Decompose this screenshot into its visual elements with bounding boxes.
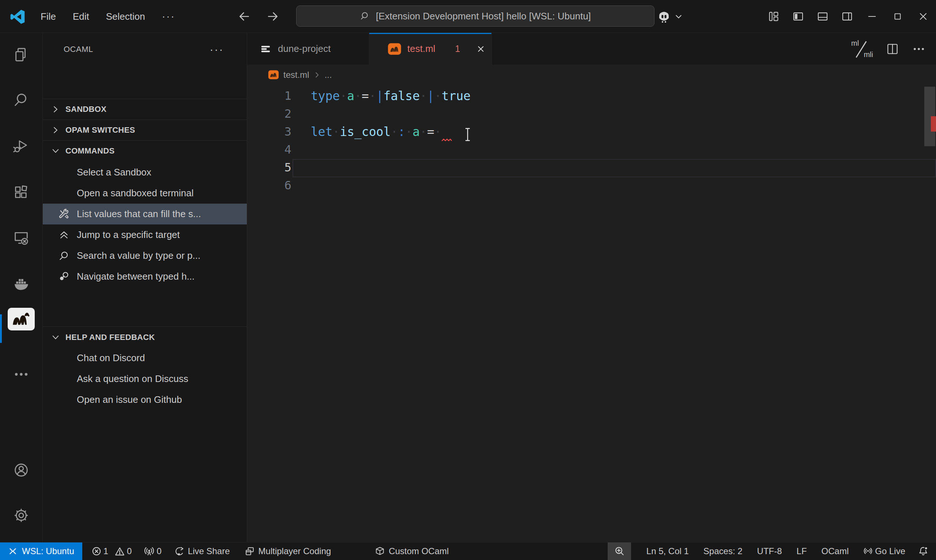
command-search-value[interactable]: Search a value by type or p... <box>43 245 247 266</box>
section-sandbox[interactable]: SANDBOX <box>43 99 247 120</box>
chevron-right-icon <box>51 125 60 135</box>
tab-test-ml[interactable]: test.ml 1 <box>369 33 492 65</box>
code-line[interactable]: 5 <box>247 158 936 177</box>
chevron-right-icon <box>51 105 60 114</box>
go-live-broadcast-icon <box>863 546 873 556</box>
section-commands[interactable]: COMMANDS <box>43 140 247 161</box>
ocaml-platform-icon[interactable] <box>8 308 35 331</box>
code-line[interactable]: 2 <box>247 105 936 123</box>
line-number: 1 <box>247 87 291 105</box>
custom-ocaml-status[interactable]: Custom OCaml <box>375 543 449 560</box>
forward-button[interactable] <box>265 0 280 33</box>
command-center-search[interactable]: [Extension Development Host] hello [WSL:… <box>296 6 654 27</box>
language-mode-status[interactable]: OCaml <box>814 543 856 560</box>
command-navigate-holes[interactable]: Navigate between typed h... <box>43 266 247 287</box>
code-token: | <box>376 89 383 103</box>
overview-ruler-error-marker <box>931 116 936 132</box>
back-button[interactable] <box>237 0 251 33</box>
sidebar-more-actions-icon[interactable]: ··· <box>207 42 226 57</box>
status-bar: WSL: Ubuntu 1 0 0 Live Share <box>0 542 936 560</box>
tab-dune-project[interactable]: dune-project <box>247 33 369 65</box>
code-token: = <box>427 125 434 139</box>
encoding-status[interactable]: UTF-8 <box>750 543 790 560</box>
error-icon <box>92 546 101 556</box>
breadcrumb-file[interactable]: test.ml <box>283 70 309 80</box>
code-line[interactable]: 6 <box>247 177 936 194</box>
remote-explorer-icon[interactable] <box>12 229 30 247</box>
command-list-values[interactable]: List values that can fill the s... <box>43 204 247 225</box>
code-token: let <box>311 125 333 139</box>
multiplayer-coding-status[interactable]: Multiplayer Coding <box>245 543 331 560</box>
breadcrumb-symbol[interactable]: ... <box>325 70 332 80</box>
code-token: · <box>391 125 398 139</box>
code-token: · <box>420 89 427 103</box>
dune-file-icon <box>260 43 272 55</box>
customize-layout-icon[interactable] <box>761 0 786 33</box>
editor-more-actions-icon[interactable] <box>912 42 926 56</box>
code-editor[interactable]: 1type·a·=·|false·|·true23let·is_cool·:·a… <box>247 85 936 542</box>
remote-label: WSL: Ubuntu <box>22 546 74 556</box>
line-number: 3 <box>247 123 291 141</box>
menu-edit[interactable]: Edit <box>64 6 98 27</box>
warning-count: 0 <box>127 546 132 556</box>
search-icon <box>360 11 371 22</box>
split-editor-icon[interactable] <box>885 42 899 56</box>
code-line[interactable]: 3let·is_cool·:·a·=· <box>247 123 936 141</box>
accounts-icon[interactable] <box>12 461 30 479</box>
minimize-button[interactable] <box>859 0 885 33</box>
tools-icon <box>57 208 71 221</box>
maximize-button[interactable] <box>885 0 910 33</box>
indentation-status[interactable]: Spaces: 2 <box>696 543 750 560</box>
remote-indicator[interactable]: WSL: Ubuntu <box>0 543 82 560</box>
section-help-and-feedback[interactable]: HELP AND FEEDBACK <box>43 327 247 348</box>
command-open-sandboxed-terminal[interactable]: Open a sandboxed terminal <box>43 183 247 204</box>
code-token: : <box>398 125 405 139</box>
help-open-issue-github[interactable]: Open an issue on Github <box>43 389 247 410</box>
line-number: 2 <box>247 105 291 123</box>
code-line[interactable]: 4 <box>247 141 936 158</box>
extensions-icon[interactable] <box>12 183 30 202</box>
menu-selection[interactable]: Selection <box>98 6 154 27</box>
menu-file[interactable]: File <box>32 6 64 27</box>
code-line[interactable]: 1type·a·=·|false·|·true <box>247 87 936 105</box>
notifications-bell-icon[interactable] <box>913 543 936 560</box>
menu-more-icon[interactable]: ··· <box>154 11 184 22</box>
sidebar-header: OCAML ··· <box>43 33 247 66</box>
zoom-status-icon[interactable] <box>608 543 631 560</box>
copilot-icon <box>657 9 671 24</box>
close-window-button[interactable] <box>910 0 936 33</box>
go-live-label: Go Live <box>875 546 905 556</box>
command-select-sandbox[interactable]: Select a Sandbox <box>43 162 247 183</box>
command-jump-to-target[interactable]: Jump to a specific target <box>43 225 247 245</box>
section-opam-switches[interactable]: OPAM SWITCHES <box>43 120 247 140</box>
live-share-status[interactable]: Live Share <box>174 543 230 560</box>
remote-icon <box>8 546 17 556</box>
code-token: · <box>420 125 427 139</box>
explorer-icon[interactable] <box>12 46 30 64</box>
more-views-icon[interactable] <box>12 365 30 383</box>
copilot-menu[interactable] <box>657 0 683 33</box>
ports-status[interactable]: 0 <box>144 543 161 560</box>
cursor-position-status[interactable]: Ln 5, Col 1 <box>639 543 696 560</box>
toggle-secondary-sidebar-icon[interactable] <box>835 0 859 33</box>
search-view-icon[interactable] <box>12 91 30 109</box>
tab-close-icon[interactable] <box>474 43 487 55</box>
section-label: HELP AND FEEDBACK <box>65 332 155 342</box>
help-ask-on-discuss[interactable]: Ask a question on Discuss <box>43 368 247 389</box>
go-live-status[interactable]: Go Live <box>856 543 913 560</box>
run-and-debug-icon[interactable] <box>12 137 30 155</box>
docker-icon[interactable] <box>12 274 30 293</box>
tab-bar: dune-project test.ml 1 <box>247 33 936 65</box>
toggle-panel-icon[interactable] <box>810 0 835 33</box>
menu-bar: File Edit Selection ··· <box>32 0 184 33</box>
error-count: 1 <box>103 546 108 556</box>
settings-gear-icon[interactable] <box>12 506 30 525</box>
breadcrumb[interactable]: test.ml ... <box>247 65 936 85</box>
problems-status[interactable]: 1 0 <box>92 543 132 560</box>
eol-status[interactable]: LF <box>790 543 814 560</box>
help-chat-on-discord[interactable]: Chat on Discord <box>43 348 247 368</box>
code-token: a <box>347 89 354 103</box>
switch-impl-intf-button[interactable]: ml mli <box>850 39 873 59</box>
vscode-logo-icon <box>9 8 26 26</box>
toggle-primary-sidebar-icon[interactable] <box>786 0 810 33</box>
